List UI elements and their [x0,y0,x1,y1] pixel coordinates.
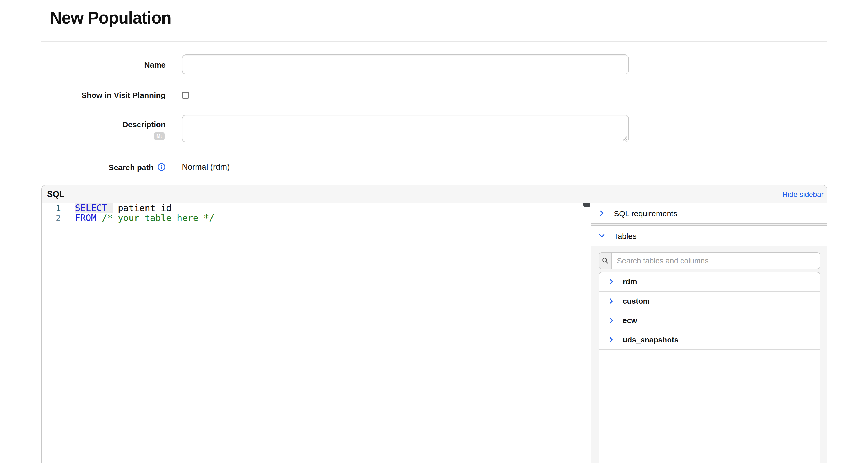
section-label: SQL requirements [614,209,677,218]
code-token-space [96,212,102,223]
editor-scrollbar-thumb[interactable] [583,203,590,207]
markdown-icon: M↓ [154,132,164,140]
description-row: Description M↓ [41,115,827,142]
code-token-identifier: patient_id [118,203,172,213]
description-label: Description [122,120,166,129]
table-group-ecw[interactable]: ecw [599,311,820,330]
name-row: Name [41,55,827,74]
name-input[interactable] [182,55,629,74]
page-title: New Population [41,0,827,28]
code-editor[interactable]: 1 SELECT patient_id 2 FROM /* your_table… [42,203,583,463]
search-path-row: Search path Normal (rdm) [41,160,827,174]
code-token-comment: /* your_table_here */ [102,212,214,223]
resize-handle-icon[interactable] [622,136,627,141]
editor-scrollbar-track [583,203,591,463]
code-text: SELECT patient_id [61,203,172,213]
table-group-custom[interactable]: custom [599,292,820,311]
section-sql-requirements[interactable]: SQL requirements [591,203,827,224]
sql-panel-body: 1 SELECT patient_id 2 FROM /* your_table… [42,203,827,463]
visit-planning-label: Show in Visit Planning [41,90,166,99]
name-label: Name [41,60,166,69]
search-icon [601,257,609,264]
description-textarea[interactable] [182,115,629,142]
visit-planning-checkbox[interactable] [182,92,189,99]
sql-sidebar: SQL requirements Tables [591,203,827,463]
search-addon [599,253,612,269]
code-token-keyword: SELECT [75,203,107,213]
code-line: 2 FROM /* your_table_here */ [42,213,583,223]
chevron-right-icon [598,210,605,216]
line-number: 1 [42,203,61,213]
tables-search-group [598,253,820,269]
table-group-uds-snapshots[interactable]: uds_snapshots [599,330,820,350]
section-tables[interactable]: Tables [591,226,827,246]
section-label: Tables [614,231,637,240]
chevron-right-icon [608,337,614,343]
title-divider [41,41,827,42]
page: New Population Name Show in Visit Planni… [0,0,868,465]
tables-section-body: rdm custom [591,246,827,463]
table-group-label: rdm [623,277,637,286]
chevron-right-icon [608,278,614,285]
sql-panel-title: SQL [42,189,779,199]
sql-panel: SQL Hide sidebar 1 SELECT patient_id 2 F… [41,185,827,463]
editor-zone: 1 SELECT patient_id 2 FROM /* your_table… [42,203,591,463]
chevron-right-icon [608,317,614,324]
table-group-rdm[interactable]: rdm [599,272,820,292]
hide-sidebar-button[interactable]: Hide sidebar [779,186,827,203]
active-line-underline [42,212,591,213]
table-group-label: ecw [623,316,637,325]
code-token-keyword: FROM [75,212,96,223]
tables-search-input[interactable] [612,253,820,269]
line-number: 2 [42,213,61,223]
code-token-space [113,203,118,213]
section-divider [591,224,827,226]
tables-list: rdm custom [598,272,820,463]
table-group-label: custom [623,297,650,305]
info-icon[interactable] [157,163,166,171]
chevron-down-icon [598,232,605,239]
code-token-space [107,203,113,213]
main-content: New Population Name Show in Visit Planni… [41,0,827,463]
table-group-label: uds_snapshots [623,336,679,344]
visit-planning-row: Show in Visit Planning [41,90,827,99]
chevron-right-icon [608,298,614,304]
search-path-value: Normal (rdm) [182,162,827,172]
search-path-label: Search path [108,163,154,171]
sql-panel-header: SQL Hide sidebar [42,186,827,203]
code-line: 1 SELECT patient_id [42,203,583,213]
code-text: FROM /* your_table_here */ [61,213,214,223]
